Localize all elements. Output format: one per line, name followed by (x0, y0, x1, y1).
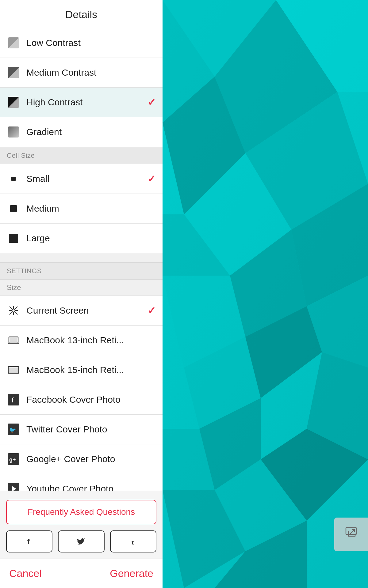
current-screen-icon (7, 304, 20, 317)
size-youtube-item[interactable]: Youtube Cover Photo (0, 474, 163, 491)
medium-cell-icon (7, 202, 20, 215)
medium-contrast-icon (7, 66, 20, 79)
twitter-icon: 🐦 (7, 423, 20, 436)
panel-title: Details (65, 9, 97, 20)
expand-button[interactable] (334, 518, 368, 551)
googleplus-label: Google+ Cover Photo (26, 454, 156, 464)
cell-medium-item[interactable]: Medium (0, 194, 163, 224)
cell-size-header: Cell Size (0, 147, 163, 164)
size-facebook-item[interactable]: f Facebook Cover Photo (0, 385, 163, 415)
faq-button[interactable]: Frequently Asked Questions (6, 500, 156, 524)
contrast-low-item[interactable]: Low Contrast (0, 28, 163, 58)
size-subsection-label: Size (0, 280, 163, 296)
expand-icon (343, 525, 359, 544)
small-label: Small (26, 174, 148, 184)
svg-line-32 (15, 307, 17, 309)
spacer (0, 253, 163, 262)
svg-point-29 (12, 309, 15, 312)
gradient-label: Gradient (26, 127, 156, 137)
menu-section: Low Contrast Medium Contrast High Contra… (0, 28, 163, 491)
svg-line-33 (10, 312, 12, 315)
size-macbook15-item[interactable]: MacBook 15-inch Reti... (0, 355, 163, 385)
cell-large-item[interactable]: Large (0, 224, 163, 253)
svg-rect-36 (8, 343, 19, 344)
share-row: f t (0, 530, 163, 559)
size-current-screen-item[interactable]: Current Screen ✓ (0, 296, 163, 326)
cancel-button[interactable]: Cancel (9, 567, 42, 579)
facebook-icon: f (7, 393, 20, 406)
svg-line-31 (15, 312, 17, 315)
svg-rect-38 (9, 368, 18, 372)
current-screen-label: Current Screen (26, 305, 148, 316)
youtube-label: Youtube Cover Photo (26, 484, 156, 491)
svg-rect-39 (8, 373, 19, 374)
googleplus-icon: g+ (7, 452, 20, 466)
medium-label: Medium (26, 203, 156, 214)
size-twitter-item[interactable]: 🐦 Twitter Cover Photo (0, 415, 163, 444)
gradient-icon (7, 125, 20, 139)
svg-text:🐦: 🐦 (9, 427, 16, 433)
tumblr-share-button[interactable]: t (110, 530, 156, 552)
macbook13-label: MacBook 13-inch Reti... (26, 335, 156, 345)
panel-header: Details (0, 0, 163, 28)
svg-text:f: f (12, 396, 14, 404)
facebook-label: Facebook Cover Photo (26, 394, 156, 405)
macbook15-icon (7, 363, 20, 377)
high-contrast-check: ✓ (148, 96, 156, 108)
high-contrast-label: High Contrast (26, 97, 148, 107)
facebook-share-button[interactable]: f (6, 530, 52, 552)
generate-button[interactable]: Generate (110, 567, 153, 579)
gradient-item[interactable]: Gradient (0, 117, 163, 147)
large-label: Large (26, 233, 156, 243)
svg-text:g+: g+ (9, 457, 16, 463)
large-icon (7, 232, 20, 245)
contrast-medium-item[interactable]: Medium Contrast (0, 58, 163, 88)
svg-line-30 (10, 307, 12, 309)
svg-text:f: f (27, 538, 30, 545)
macbook15-label: MacBook 15-inch Reti... (26, 365, 156, 375)
details-panel: Details Low Contrast Medium Contrast Hig… (0, 0, 163, 588)
high-contrast-icon (7, 96, 20, 109)
cell-small-item[interactable]: Small ✓ (0, 164, 163, 194)
medium-contrast-label: Medium Contrast (26, 67, 156, 78)
small-icon (7, 172, 20, 186)
current-screen-check: ✓ (148, 305, 156, 316)
small-check: ✓ (148, 173, 156, 185)
low-contrast-icon (7, 36, 20, 50)
youtube-icon (7, 482, 20, 491)
svg-text:t: t (132, 538, 134, 546)
bottom-bar: Cancel Generate (0, 559, 163, 588)
twitter-share-button[interactable] (58, 530, 104, 552)
low-contrast-label: Low Contrast (26, 38, 156, 48)
size-macbook13-item[interactable]: MacBook 13-inch Reti... (0, 326, 163, 355)
size-googleplus-item[interactable]: g+ Google+ Cover Photo (0, 444, 163, 474)
svg-rect-35 (10, 337, 17, 342)
macbook13-icon (7, 334, 20, 347)
right-area (163, 0, 368, 588)
contrast-high-item[interactable]: High Contrast ✓ (0, 88, 163, 117)
twitter-label: Twitter Cover Photo (26, 424, 156, 435)
settings-header: SETTINGS (0, 262, 163, 280)
